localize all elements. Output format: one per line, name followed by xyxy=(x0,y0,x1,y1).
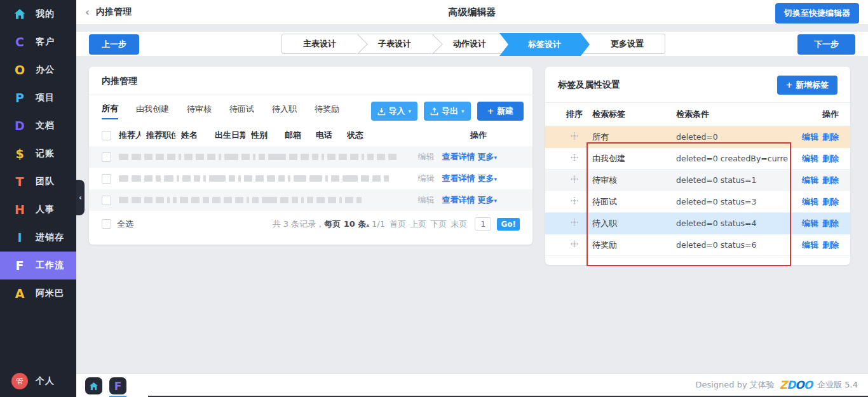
sidebar-item-document[interactable]: D文档 xyxy=(0,112,76,140)
go-button[interactable]: Go! xyxy=(497,218,520,231)
drag-handle-icon[interactable] xyxy=(571,219,578,226)
tag-condition-cell: deleted=0 xyxy=(676,132,788,142)
row-checkbox[interactable] xyxy=(102,174,111,184)
create-button[interactable]: + 新建 xyxy=(477,102,524,121)
next-step-button[interactable]: 下一步 xyxy=(797,34,855,55)
export-button[interactable]: 导出 ▾ xyxy=(424,102,471,121)
sidebar-user[interactable]: 管 个人 xyxy=(0,373,76,389)
sidebar-item-team[interactable]: T团队 xyxy=(0,168,76,196)
first-page-link[interactable]: 首页 xyxy=(390,219,406,229)
edit-tag-link[interactable]: 编辑 xyxy=(802,132,818,142)
select-all-checkbox[interactable] xyxy=(102,219,111,229)
drag-handle-icon[interactable] xyxy=(571,240,578,248)
page-input[interactable] xyxy=(475,217,491,231)
drag-handle-icon[interactable] xyxy=(571,154,578,161)
skeleton-block xyxy=(252,197,259,203)
home-icon xyxy=(11,6,28,22)
per-page[interactable]: 每页 10 条 xyxy=(324,219,366,229)
last-page-link[interactable]: 末页 xyxy=(451,219,467,229)
sidebar-item-customer[interactable]: C客户 xyxy=(0,28,76,56)
skeleton-block xyxy=(179,154,181,160)
skeleton-block xyxy=(322,154,324,160)
import-button[interactable]: 导入 ▾ xyxy=(371,102,418,121)
sidebar-item-inventory[interactable]: I进销存 xyxy=(0,224,76,252)
row-checkbox[interactable] xyxy=(102,152,111,162)
tab-pending-reward[interactable]: 待奖励 xyxy=(315,104,339,119)
wizard-step-main-table[interactable]: 主表设计 xyxy=(282,34,357,53)
edit-tag-link[interactable]: 编辑 xyxy=(802,175,818,185)
more-link[interactable]: 更多▾ xyxy=(477,173,497,183)
delete-tag-link[interactable]: 删除 xyxy=(822,154,839,163)
tag-row-all: 所有deleted=0编辑删除 xyxy=(545,126,850,148)
sidebar-item-label: 我的 xyxy=(36,8,55,20)
sidebar: 我的C客户O办公P项目D文档$记账T团队H人事I进销存F工作流A阿米巴 管 个人 xyxy=(0,0,76,397)
skeleton-block xyxy=(144,175,153,182)
row-checkbox[interactable] xyxy=(102,196,111,205)
skeleton-block xyxy=(156,175,161,182)
view-detail-link[interactable]: 查看详情 xyxy=(442,195,475,205)
back-button[interactable]: ‹ 内推管理 xyxy=(85,6,132,18)
sidebar-item-workflow[interactable]: F工作流 xyxy=(0,252,76,279)
wizard-step-action[interactable]: 动作设计 xyxy=(432,34,507,53)
tab-pending-onboard[interactable]: 待入职 xyxy=(272,104,297,119)
view-detail-link[interactable]: 查看详情 xyxy=(442,173,475,183)
letter-c-icon: C xyxy=(11,34,28,50)
edit-tag-link[interactable]: 编辑 xyxy=(802,219,818,228)
prev-page-link[interactable]: 上页 xyxy=(410,219,426,229)
edit-tag-link[interactable]: 编辑 xyxy=(802,154,818,163)
sidebar-item-project[interactable]: P项目 xyxy=(0,84,76,112)
drag-handle-icon[interactable] xyxy=(571,197,578,205)
skeleton-block xyxy=(309,175,322,182)
tag-row-created-by-me: 由我创建deleted=0 createdBy=currentU编辑删除 xyxy=(545,148,850,170)
drag-handle-icon[interactable] xyxy=(571,175,578,183)
edit-tag-link[interactable]: 编辑 xyxy=(802,240,818,250)
delete-tag-link[interactable]: 删除 xyxy=(822,132,839,142)
delete-tag-link[interactable]: 删除 xyxy=(822,240,839,250)
edit-tag-link[interactable]: 编辑 xyxy=(802,197,818,206)
select-all-checkbox[interactable] xyxy=(102,131,111,140)
letter-i-icon: I xyxy=(11,229,28,246)
tag-actions: 编辑删除 xyxy=(788,175,839,186)
tag-condition-cell: deleted=0 status=6 xyxy=(676,240,788,250)
wizard-step-more[interactable]: 更多设置 xyxy=(590,34,665,53)
edit-link[interactable]: 编辑 xyxy=(417,195,434,205)
sidebar-item-ameba[interactable]: A阿米巴 xyxy=(0,279,76,307)
tab-pending-review[interactable]: 待审核 xyxy=(187,104,212,119)
skeleton-block xyxy=(278,175,285,182)
taskbar-workflow-button[interactable]: F xyxy=(109,377,126,394)
wizard-bar: 上一步 主表设计子表设计动作设计标签设计更多设置 下一步 xyxy=(76,32,868,56)
wizard-step-label[interactable]: 标签设计 xyxy=(499,33,590,56)
edit-link[interactable]: 编辑 xyxy=(417,173,434,183)
next-page-link[interactable]: 下页 xyxy=(430,219,447,229)
delete-tag-link[interactable]: 删除 xyxy=(822,219,839,228)
sidebar-item-office[interactable]: O办公 xyxy=(0,56,76,84)
more-link[interactable]: 更多▾ xyxy=(477,152,497,161)
prev-step-button[interactable]: 上一步 xyxy=(89,34,139,55)
skeleton-block xyxy=(144,197,153,203)
skeleton-block xyxy=(312,154,318,160)
add-tag-button[interactable]: + 新增标签 xyxy=(777,76,837,95)
drag-handle-icon[interactable] xyxy=(571,132,578,140)
skeleton-block xyxy=(288,175,290,182)
edit-link[interactable]: 编辑 xyxy=(417,152,434,161)
skeleton-block xyxy=(345,197,353,203)
skeleton-block xyxy=(224,154,238,160)
caret-down-icon: ▾ xyxy=(461,108,465,114)
delete-tag-link[interactable]: 删除 xyxy=(822,175,839,185)
taskbar-home-button[interactable] xyxy=(85,377,102,394)
view-detail-link[interactable]: 查看详情 xyxy=(442,152,475,161)
sidebar-collapse-handle[interactable]: ‹ xyxy=(76,180,85,215)
list-panel-title: 内推管理 xyxy=(102,76,137,87)
sidebar-item-hr[interactable]: H人事 xyxy=(0,196,76,224)
delete-tag-link[interactable]: 删除 xyxy=(822,197,839,206)
sidebar-item-home[interactable]: 我的 xyxy=(0,0,76,28)
more-link[interactable]: 更多▾ xyxy=(477,195,497,205)
tab-pending-interview[interactable]: 待面试 xyxy=(229,104,254,119)
sidebar-item-accounting[interactable]: $记账 xyxy=(0,140,76,168)
tab-all[interactable]: 所有 xyxy=(102,103,118,119)
skeleton-block xyxy=(144,154,153,160)
caret-down-icon: ▾ xyxy=(409,108,412,114)
tab-created-by-me[interactable]: 由我创建 xyxy=(136,104,169,119)
switch-editor-button[interactable]: 切换至快捷编辑器 xyxy=(775,3,859,24)
wizard-step-sub-table[interactable]: 子表设计 xyxy=(357,34,432,53)
